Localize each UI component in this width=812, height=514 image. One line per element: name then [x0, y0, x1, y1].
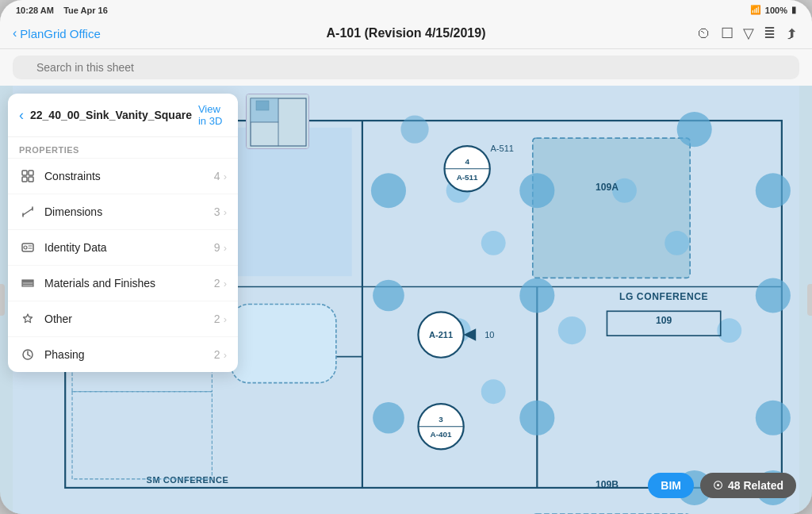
identity-icon	[19, 239, 36, 256]
materials-chevron: ›	[224, 278, 227, 290]
svg-point-13	[519, 278, 554, 313]
panel-title: 22_40_00_Sink_Vanity_Square	[30, 109, 192, 121]
svg-point-26	[558, 316, 586, 344]
svg-rect-67	[22, 280, 33, 282]
mini-map-thumbnail[interactable]	[246, 94, 309, 149]
wifi-icon: 📶	[750, 5, 761, 15]
svg-text:3: 3	[439, 415, 443, 424]
phasing-label: Phasing	[44, 348, 214, 361]
related-button[interactable]: ☉ 48 Related	[700, 473, 796, 498]
bottom-actions: BIM ☉ 48 Related	[648, 473, 796, 498]
svg-text:109B: 109B	[596, 479, 619, 490]
filter-icon[interactable]: ▽	[743, 25, 754, 42]
svg-point-16	[756, 173, 791, 208]
property-item-constraints[interactable]: Constraints 4 ›	[8, 158, 238, 194]
svg-point-9	[371, 173, 406, 208]
svg-point-64	[24, 246, 27, 249]
status-date: Tue Apr 16	[63, 6, 108, 15]
svg-point-17	[756, 278, 791, 313]
header-actions: ⏲ ☐ ▽ ≣ ⮭	[697, 25, 799, 42]
phasing-chevron: ›	[224, 349, 227, 361]
dimensions-chevron: ›	[224, 206, 227, 218]
svg-text:109: 109	[656, 315, 672, 326]
svg-text:LG CONFERENCE: LG CONFERENCE	[619, 291, 708, 302]
properties-section-label: PROPERTIES	[8, 137, 238, 158]
property-item-dimensions[interactable]: Dimensions 3 ›	[8, 194, 238, 229]
view-icon[interactable]: ☐	[721, 25, 733, 42]
scroll-handle-right[interactable]	[807, 284, 812, 316]
status-time: 10:28 AM	[16, 6, 54, 15]
svg-rect-58	[256, 101, 269, 110]
properties-panel: ‹ 22_40_00_Sink_Vanity_Square View in 3D…	[8, 94, 238, 372]
svg-rect-60	[29, 171, 33, 175]
svg-text:109A: 109A	[596, 182, 619, 193]
property-item-identity[interactable]: Identity Data 9 ›	[8, 229, 238, 265]
view-3d-link[interactable]: View in 3D	[198, 103, 227, 127]
status-icons: 📶 100% ▮	[750, 5, 796, 15]
related-icon: ☉	[713, 479, 723, 492]
battery-percent: 100%	[765, 6, 787, 15]
panel-back-button[interactable]: ‹	[19, 108, 24, 122]
svg-rect-69	[22, 285, 33, 286]
svg-rect-50	[232, 305, 336, 383]
header-bar: ‹ PlanGrid Office A-101 (Revision 4/15/2…	[0, 18, 812, 49]
battery-icon: ▮	[791, 5, 796, 15]
phasing-icon	[19, 346, 36, 363]
dimensions-count: 3	[214, 205, 220, 218]
materials-label: Materials and Finishes	[44, 277, 214, 290]
history-icon[interactable]: ⏲	[697, 25, 711, 42]
tablet-frame: 10:28 AM Tue Apr 16 📶 100% ▮ ‹ PlanGrid …	[0, 0, 812, 514]
constraints-chevron: ›	[224, 171, 227, 182]
share-icon[interactable]: ⮭	[785, 25, 799, 42]
constraints-icon	[19, 167, 36, 185]
svg-point-23	[481, 231, 506, 255]
identity-data-label: Identity Data	[44, 241, 214, 254]
svg-text:A-511: A-511	[457, 173, 478, 182]
svg-point-25	[481, 379, 506, 404]
property-item-other[interactable]: Other 2 ›	[8, 301, 238, 336]
search-input[interactable]	[13, 56, 799, 79]
svg-point-15	[677, 112, 712, 147]
back-label: PlanGrid Office	[20, 27, 100, 40]
scroll-handle-left[interactable]	[0, 284, 5, 316]
phasing-count: 2	[214, 348, 220, 361]
search-wrapper: 🔍	[13, 56, 799, 79]
constraints-count: 4	[214, 170, 220, 182]
svg-point-14	[519, 401, 554, 435]
identity-count: 9	[214, 241, 220, 254]
svg-text:A-211: A-211	[429, 330, 453, 339]
svg-rect-62	[29, 177, 33, 182]
status-bar: 10:28 AM Tue Apr 16 📶 100% ▮	[0, 0, 812, 18]
other-count: 2	[214, 313, 220, 325]
svg-text:SM CONFERENCE: SM CONFERENCE	[147, 475, 229, 485]
grid-icon[interactable]: ≣	[764, 25, 776, 42]
svg-text:A-401: A-401	[431, 430, 452, 439]
svg-rect-59	[22, 171, 27, 175]
svg-point-28	[665, 231, 689, 255]
panel-header: ‹ 22_40_00_Sink_Vanity_Square View in 3D	[8, 94, 238, 137]
svg-text:10: 10	[485, 330, 494, 339]
svg-rect-61	[22, 177, 27, 182]
property-item-phasing[interactable]: Phasing 2 ›	[8, 336, 238, 372]
materials-icon	[19, 274, 36, 292]
property-item-materials[interactable]: Materials and Finishes 2 ›	[8, 265, 238, 301]
svg-point-18	[756, 401, 791, 435]
chevron-left-icon: ‹	[13, 26, 17, 40]
status-time-date: 10:28 AM Tue Apr 16	[16, 6, 108, 15]
svg-rect-68	[22, 282, 33, 284]
other-icon	[19, 310, 36, 328]
identity-chevron: ›	[224, 242, 227, 254]
bim-button[interactable]: BIM	[648, 473, 694, 498]
other-chevron: ›	[224, 313, 227, 325]
related-label: 48 Related	[728, 479, 783, 492]
svg-point-10	[373, 280, 404, 312]
svg-point-11	[373, 402, 404, 434]
page-title: A-101 (Revision 4/15/2019)	[327, 26, 486, 40]
materials-count: 2	[214, 277, 220, 290]
svg-text:4: 4	[465, 157, 469, 166]
back-button[interactable]: ‹ PlanGrid Office	[13, 26, 101, 40]
svg-text:A-511: A-511	[491, 144, 514, 153]
constraints-label: Constraints	[44, 170, 214, 182]
other-label: Other	[44, 313, 214, 325]
blueprint-area: LG CONFERENCE 109 SM CONFERENCE 112 4 A-…	[0, 86, 812, 514]
